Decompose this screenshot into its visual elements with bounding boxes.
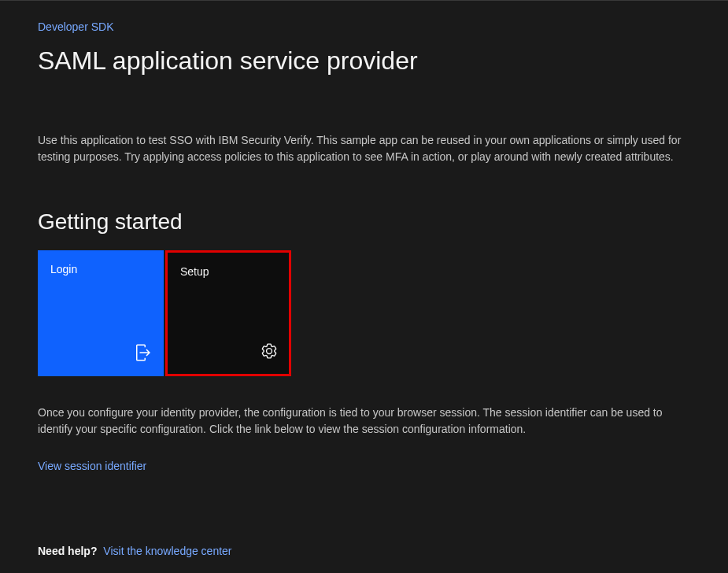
breadcrumb-link[interactable]: Developer SDK: [38, 20, 114, 33]
config-paragraph: Once you configure your identity provide…: [38, 405, 690, 438]
footer: Need help? Visit the knowledge center: [38, 545, 232, 557]
login-tile[interactable]: Login: [38, 250, 164, 376]
page-title: SAML application service provider: [38, 46, 690, 76]
setup-tile[interactable]: Setup: [165, 250, 291, 376]
gear-icon: [261, 342, 278, 363]
tiles-row: Login Setup: [38, 250, 690, 376]
login-tile-label: Login: [50, 263, 151, 275]
footer-label: Need help?: [38, 545, 97, 557]
view-session-link[interactable]: View session identifier: [38, 460, 146, 472]
intro-paragraph: Use this application to test SSO with IB…: [38, 132, 690, 165]
main-container: Developer SDK SAML application service p…: [0, 1, 728, 473]
setup-tile-label: Setup: [180, 265, 276, 278]
getting-started-heading: Getting started: [38, 209, 690, 235]
knowledge-center-link[interactable]: Visit the knowledge center: [103, 545, 231, 557]
login-icon: [134, 343, 153, 365]
